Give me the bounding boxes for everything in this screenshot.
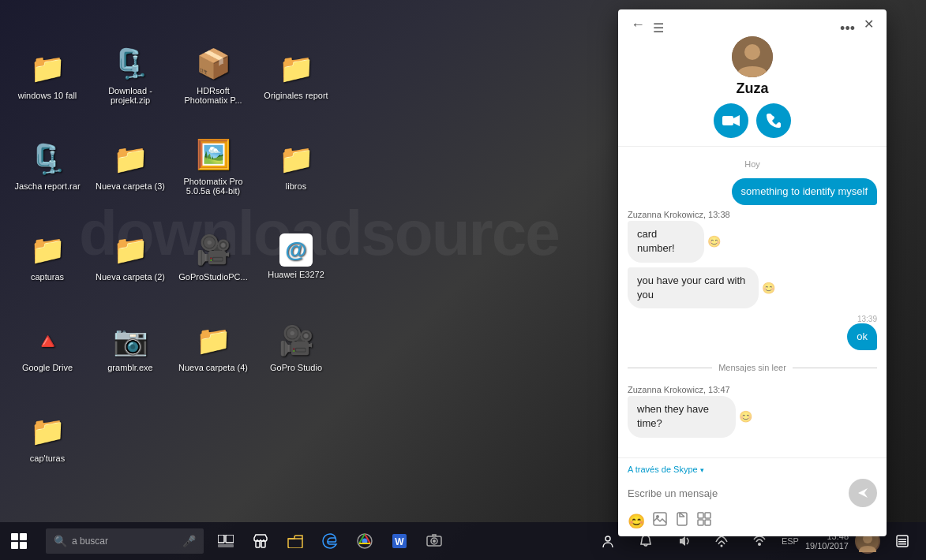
icon-gopro-studio[interactable]: 🎥 GoPro Studio [257,304,336,390]
desktop-icons-container: 📁 windows 10 fall 🗜️ Download -projekt.z… [0,24,343,489]
capturas-icon: 📁 [28,231,66,269]
icon-nueva2[interactable]: 📁 Nueva carpeta (2) [91,213,170,300]
via-service: Skype ▾ [673,465,704,474]
video-call-button[interactable] [714,103,748,138]
taskbar-task-view-button[interactable] [210,522,242,560]
taskbar-search-bar[interactable]: 🔍 a buscar 🎤 [46,528,204,554]
googledrive-icon: 🔺 [28,322,66,360]
icon-label-libros: libros [286,181,306,191]
via-text: A través de [628,465,671,474]
chat-close-button[interactable]: ✕ [864,18,874,31]
icon-label-windows10fall: windows 10 fall [18,91,77,100]
message-bubble-outgoing1: something to identify myself [732,178,877,205]
desktop: downloadsource 📁 windows 10 fall 🗜️ Down… [0,0,926,560]
icon-libros[interactable]: 📁 libros [257,122,336,209]
emoji-toolbar-button[interactable]: 😊 [628,513,645,530]
icon-nueva3[interactable]: 📁 Nueva carpeta (3) [91,122,170,209]
icon-windows10fall[interactable]: 📁 windows 10 fall [8,32,87,118]
image-toolbar-button[interactable] [653,512,667,530]
chat-action-buttons [714,103,791,138]
message-with-emoji-2: you have your card with you 😊 [628,267,791,308]
taskbar-gopro-button[interactable] [418,522,450,560]
taskbar-chrome-button[interactable] [349,522,381,560]
file-toolbar-button[interactable] [675,512,689,530]
chat-messages-container[interactable]: Hoy something to identify myself Zuzanna… [618,147,887,457]
icon-label-capturas: capturas [31,272,64,282]
nueva2-icon: 📁 [111,231,149,269]
icon-huawei[interactable]: @ Huawei E3272 [257,213,336,300]
icon-label-nueva3: Nueva carpeta (3) [96,181,165,191]
gopro-studio-icon: 🎥 [277,322,315,360]
icon-label-capturas2: cap'turas [30,454,65,463]
svg-point-25 [758,543,761,546]
icon-googledrive[interactable]: 🔺 Google Drive [8,304,87,390]
message-sender-1: Zuzanna Krokowicz, 13:38 [628,210,730,219]
chat-send-button[interactable] [849,479,877,507]
taskbar-word-button[interactable]: W [384,522,415,560]
icon-label-nueva4: Nueva carpeta (4) [178,363,248,372]
chat-menu-button[interactable]: ••• [840,21,855,37]
svg-rect-13 [218,544,234,547]
taskbar-search-icon: 🔍 [54,535,67,547]
icon-originales[interactable]: 📁 Originales report [257,32,336,118]
icon-label-huawei: Huawei E3272 [268,270,324,279]
icon-gramblr[interactable]: 📷 gramblr.exe [91,304,170,390]
icon-goprostudiopc[interactable]: 🎥 GoProStudioPC... [174,213,253,300]
chat-header-top: ← ✕ [631,17,874,32]
jascha-icon: 🗜️ [28,140,66,178]
message-bubble-incoming2: you have your card with you [628,267,759,308]
svg-point-1 [744,44,760,60]
taskbar-action-center-button[interactable] [887,522,918,560]
icon-capturas[interactable]: 📁 capturas [8,213,87,300]
icon-photomatix[interactable]: 🖼️ Photomatix Pro5.0.5a (64-bit) [174,122,253,209]
photomatix-icon: 🖼️ [194,136,232,174]
emoji-react-button-2[interactable]: 😊 [762,282,775,294]
nueva4-icon: 📁 [194,322,232,360]
icon-nueva4[interactable]: 📁 Nueva carpeta (4) [174,304,253,390]
icon-label-goprostudiopc: GoProStudioPC... [178,272,247,282]
svg-rect-12 [226,535,234,543]
icon-capturas2[interactable]: 📁 cap'turas [8,394,87,481]
emoji-react-button-1[interactable]: 😊 [707,235,721,248]
icon-label-hdrsoft: HDRsoft Photomatix P... [178,86,249,105]
goprostudiopc-icon: 🎥 [194,231,232,269]
avatar [732,36,773,77]
icon-label-jascha: Jascha report.rar [14,181,80,191]
icon-label-googledrive: Google Drive [22,363,73,372]
taskbar-store-button[interactable] [245,522,276,560]
message-row-unread1: Zuzanna Krokowicz, 13:47 when they have … [628,385,877,437]
icon-label-originales: Originales report [264,91,328,100]
message-sender-unread1: Zuzanna Krokowicz, 13:47 [628,385,730,394]
icon-jascha[interactable]: 🗜️ Jascha report.rar [8,122,87,209]
more-toolbar-button[interactable] [697,512,711,530]
taskbar-explorer-button[interactable] [279,522,311,560]
message-row-incoming1: Zuzanna Krokowicz, 13:38 card number! 😊 [628,210,877,262]
chat-toolbar: 😊 [628,507,877,530]
svg-rect-2 [722,116,733,125]
icon-hdrsoft[interactable]: 📦 HDRsoft Photomatix P... [174,32,253,118]
huawei-icon: @ [279,233,313,267]
date-divider: Hoy [628,159,877,169]
icon-download-projekt[interactable]: 🗜️ Download -projekt.zip [91,32,170,118]
phone-call-button[interactable] [756,103,791,138]
originales-icon: 📁 [277,50,315,88]
icon-label-photomatix: Photomatix Pro5.0.5a (64-bit) [183,177,242,196]
chat-hamburger-button[interactable]: ☰ [653,21,664,35]
message-row-incoming2: you have your card with you 😊 [628,267,877,308]
chat-back-button[interactable]: ← [631,17,645,32]
chat-message-input[interactable] [628,483,844,504]
message-bubble-incoming1: card number! [628,221,704,262]
message-with-emoji-unread1: when they have time? 😊 [628,396,763,437]
svg-marker-3 [733,115,740,126]
emoji-react-button-unread1[interactable]: 😊 [739,410,752,423]
svg-point-22 [433,539,436,543]
chat-window: ← ✕ ☰ ••• Zuza [618,9,887,536]
chat-via-label: A través de Skype ▾ [628,465,877,474]
svg-rect-10 [705,520,710,525]
taskbar-language[interactable]: ESP [782,536,799,546]
start-button[interactable] [0,522,38,560]
svg-rect-7 [698,513,703,518]
svg-rect-8 [705,513,710,518]
via-dropdown-arrow[interactable]: ▾ [700,466,704,474]
taskbar-edge-button[interactable] [314,522,346,560]
